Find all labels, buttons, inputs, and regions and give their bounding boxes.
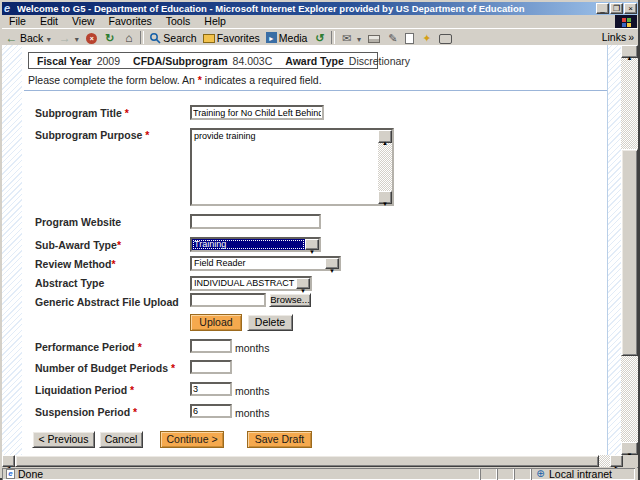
status-pane [480, 468, 497, 480]
mail-button[interactable] [337, 30, 365, 45]
toolbar: Back Search Favorites Media Links» [2, 28, 638, 46]
print-button[interactable] [365, 30, 383, 45]
document-button[interactable] [402, 30, 417, 45]
chevron-down-icon[interactable] [305, 239, 319, 250]
media-label: Media [279, 32, 308, 44]
browse-button[interactable]: Browse... [269, 293, 311, 307]
close-button[interactable]: × [624, 3, 637, 14]
cfda-value: 84.003C [233, 55, 273, 67]
scroll-left-icon[interactable] [2, 455, 15, 467]
home-icon [122, 32, 135, 44]
vertical-scrollbar[interactable] [621, 45, 638, 455]
search-icon [149, 32, 161, 44]
favorites-button[interactable]: Favorites [200, 30, 263, 45]
scrollbar-thumb[interactable] [15, 455, 599, 467]
menu-file[interactable]: File [2, 15, 33, 28]
months-label: months [235, 342, 269, 354]
subprogram-purpose-value: provide training [192, 130, 378, 204]
upload-button[interactable]: Upload [190, 314, 242, 331]
chevron-down-icon[interactable] [296, 278, 310, 289]
instruction-text: Please complete the form below. An * ind… [28, 74, 322, 86]
home-button[interactable] [119, 30, 138, 45]
subprogram-title-input[interactable] [190, 105, 324, 120]
abstract-type-value: INDIVIDUAL ABSTRACT [192, 278, 296, 289]
subprogram-title-label: Subprogram Title * [35, 107, 129, 119]
scroll-down-icon[interactable] [621, 442, 638, 455]
abstract-type-select[interactable]: INDIVIDUAL ABSTRACT [190, 276, 312, 291]
liquidation-period-label: Liquidation Period * [35, 384, 134, 396]
scroll-right-icon[interactable] [610, 455, 623, 467]
media-button[interactable]: Media [263, 30, 311, 45]
status-pane [514, 468, 531, 480]
edit-button[interactable] [383, 30, 402, 45]
scrollbar-thumb[interactable] [621, 149, 638, 356]
scroll-up-icon[interactable] [378, 130, 392, 143]
messenger-button[interactable] [417, 30, 436, 45]
textarea-scrollbar[interactable] [378, 130, 392, 204]
number-of-budget-periods-input[interactable] [190, 360, 232, 374]
forward-icon [58, 32, 71, 44]
minimize-button[interactable]: _ [596, 3, 609, 14]
search-button[interactable]: Search [146, 30, 199, 45]
menu-help[interactable]: Help [197, 15, 233, 28]
scrollbar-track[interactable] [599, 455, 610, 467]
scroll-up-icon[interactable] [621, 45, 638, 58]
back-button[interactable]: Back [2, 30, 55, 45]
mail-dropdown-icon[interactable] [355, 32, 362, 44]
save-draft-button[interactable]: Save Draft [247, 431, 312, 448]
subprogram-purpose-textarea[interactable]: provide training [190, 128, 394, 206]
refresh-button[interactable] [100, 30, 119, 45]
stop-button[interactable] [83, 30, 100, 45]
forward-dropdown-icon[interactable] [73, 32, 80, 44]
menu-tools[interactable]: Tools [159, 15, 198, 28]
media-icon [266, 32, 277, 43]
liquidation-period-input[interactable] [190, 382, 232, 396]
menu-view[interactable]: View [65, 15, 102, 28]
fiscal-year-label: Fiscal Year [37, 55, 92, 67]
search-label: Search [163, 32, 196, 44]
intranet-zone-icon [535, 469, 546, 479]
toolbar-separator [331, 31, 335, 44]
zone-text: Local intranet [549, 468, 612, 480]
ie-logo-icon [4, 3, 14, 14]
discuss-icon [439, 34, 452, 44]
back-dropdown-icon[interactable] [45, 32, 52, 44]
delete-button[interactable]: Delete [247, 314, 293, 331]
discuss-button[interactable] [436, 30, 455, 45]
stop-icon [86, 33, 97, 44]
back-label: Back [20, 32, 43, 44]
horizontal-scrollbar[interactable] [2, 455, 638, 467]
cfda-label: CFDA/Subprogram [133, 55, 228, 67]
cancel-button[interactable]: Cancel [99, 431, 143, 448]
abstract-type-label: Abstract Type [35, 277, 104, 289]
menu-edit[interactable]: Edit [33, 15, 65, 28]
chevron-down-icon[interactable] [325, 258, 339, 269]
history-button[interactable] [310, 30, 329, 45]
favorites-folder-icon [203, 34, 215, 43]
suspension-period-input[interactable] [190, 404, 232, 418]
file-upload-input[interactable] [190, 293, 266, 307]
program-website-input[interactable] [190, 214, 321, 229]
performance-period-label: Performance Period * [35, 341, 142, 353]
page-content: Fiscal Year 2009 CFDA/Subprogram 84.003C… [2, 45, 638, 455]
print-icon [368, 35, 380, 43]
previous-button[interactable]: < Previous [32, 431, 95, 448]
favorites-label: Favorites [217, 32, 260, 44]
restore-button[interactable]: ❐ [610, 3, 623, 14]
links-label: Links [602, 31, 627, 43]
subprogram-purpose-label: Subprogram Purpose * [35, 129, 149, 141]
document-icon [405, 33, 414, 44]
review-method-select[interactable]: Field Reader [190, 256, 341, 271]
edit-icon [386, 32, 399, 44]
scroll-down-icon[interactable] [378, 191, 392, 204]
toolbar-separator [140, 31, 144, 44]
links-bar[interactable]: Links» [602, 31, 634, 43]
continue-button[interactable]: Continue > [160, 431, 224, 448]
forward-button[interactable] [55, 30, 83, 45]
menu-favorites[interactable]: Favorites [102, 15, 159, 28]
performance-period-input[interactable] [190, 339, 232, 353]
fiscal-year-value: 2009 [97, 55, 120, 67]
security-zone-pane: Local intranet [531, 468, 635, 480]
sub-award-type-select[interactable]: Training [190, 237, 321, 252]
program-website-label: Program Website [35, 216, 121, 228]
